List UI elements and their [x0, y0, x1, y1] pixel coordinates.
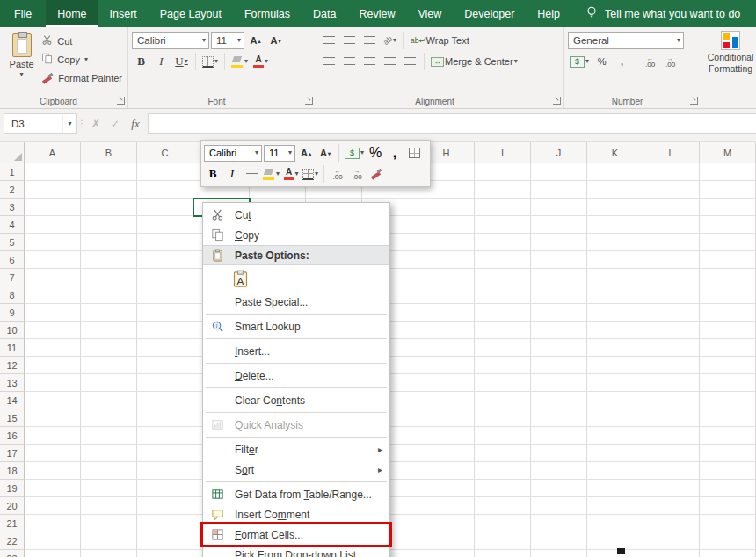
column-header-c[interactable]: C — [137, 142, 193, 163]
row-header-11[interactable]: 11 — [0, 339, 25, 357]
middle-align-button[interactable] — [340, 32, 359, 49]
menu-item-paste-keep-source-formatting[interactable]: A — [203, 265, 389, 292]
row-header-9[interactable]: 9 — [0, 304, 25, 322]
column-header-m[interactable]: M — [700, 142, 756, 163]
decrease-indent-button[interactable] — [381, 53, 399, 70]
column-header-j[interactable]: J — [531, 142, 587, 163]
row-header-18[interactable]: 18 — [0, 462, 25, 480]
borders-button[interactable]: ▾ — [200, 53, 220, 70]
mini-font-color-button[interactable]: A ▾ — [282, 166, 300, 183]
row-header-21[interactable]: 21 — [0, 515, 25, 532]
font-name-combo[interactable]: Calibri ▾ — [132, 32, 209, 49]
menu-item-clear-contents[interactable]: Clear Contents — [203, 390, 389, 410]
menu-item-copy[interactable]: Copy — [203, 225, 389, 245]
ribbon-tab-review[interactable]: Review — [347, 0, 406, 27]
menu-item-insert[interactable]: Insert... — [203, 341, 389, 361]
row-header-3[interactable]: 3 — [0, 199, 25, 216]
row-header-1[interactable]: 1 — [0, 163, 25, 181]
increase-font-size-button[interactable]: A▴ — [246, 32, 265, 49]
merge-center-button[interactable]: ↔ Merge & Center ▾ — [429, 53, 520, 70]
align-right-button[interactable] — [360, 53, 379, 70]
alignment-dialog-launcher[interactable] — [553, 97, 561, 105]
ribbon-tab-home[interactable]: Home — [46, 0, 98, 27]
confirm-entry-icon[interactable]: ✓ — [105, 118, 125, 130]
increase-indent-button[interactable] — [401, 53, 419, 70]
menu-item-quick-analysis[interactable]: Quick Analysis — [203, 415, 389, 435]
decrease-decimal-button[interactable] — [661, 53, 680, 70]
wrap-text-button[interactable]: ab↩ Wrap Text — [409, 32, 471, 49]
row-header-20[interactable]: 20 — [0, 497, 25, 515]
column-header-b[interactable]: B — [81, 142, 137, 163]
menu-item-filter[interactable]: Filter▸ — [203, 439, 389, 459]
small-sheet-object[interactable] — [617, 548, 625, 554]
align-left-button[interactable] — [320, 53, 338, 70]
paste-dropdown-arrow-icon[interactable]: ▾ — [20, 71, 24, 78]
row-header-19[interactable]: 19 — [0, 480, 25, 497]
row-header-10[interactable]: 10 — [0, 322, 25, 339]
mini-bold-button[interactable]: B — [204, 166, 222, 183]
mini-borders-button[interactable]: ▾ — [302, 166, 319, 183]
row-header-12[interactable]: 12 — [0, 357, 25, 374]
orientation-button[interactable]: ab▾ — [381, 32, 399, 49]
name-box[interactable]: D3 ▾ — [4, 113, 77, 134]
mini-font-size-combo[interactable]: 11 ▾ — [264, 145, 295, 162]
mini-align-button[interactable] — [243, 166, 260, 183]
conditional-formatting-button[interactable]: Conditional Formatting — [701, 27, 756, 108]
percent-style-button[interactable]: % — [592, 53, 611, 70]
number-format-combo[interactable]: General ▾ — [568, 32, 684, 49]
tell-me-box[interactable]: Tell me what you want to do — [585, 0, 740, 27]
copy-button[interactable]: Copy ▾ — [41, 52, 122, 67]
ribbon-tab-view[interactable]: View — [406, 0, 453, 27]
fill-color-button[interactable]: ▾ — [229, 53, 250, 70]
mini-accounting-format-button[interactable]: ▾ — [344, 145, 365, 162]
format-painter-button[interactable]: Format Painter — [41, 70, 122, 85]
ribbon-tab-developer[interactable]: Developer — [453, 0, 526, 27]
row-header-4[interactable]: 4 — [0, 216, 25, 234]
mini-percent-style-button[interactable]: % — [367, 145, 384, 162]
underline-button[interactable]: U▾ — [172, 53, 191, 70]
cancel-entry-icon[interactable]: ✗ — [86, 118, 105, 130]
font-size-combo[interactable]: 11 ▾ — [211, 32, 244, 49]
comma-style-button[interactable]: , — [613, 53, 631, 70]
mini-increase-decimal-button[interactable] — [329, 166, 346, 183]
cut-button[interactable]: Cut — [41, 33, 122, 48]
row-header-14[interactable]: 14 — [0, 392, 25, 409]
row-header-7[interactable]: 7 — [0, 269, 25, 286]
insert-function-button[interactable]: fx — [125, 117, 146, 131]
copy-dropdown-arrow-icon[interactable]: ▾ — [84, 56, 88, 63]
mini-font-name-combo[interactable]: Calibri ▾ — [204, 145, 262, 162]
mini-fill-color-button[interactable]: ▾ — [262, 166, 280, 183]
mini-table-format-button[interactable] — [405, 145, 423, 162]
name-box-dropdown-arrow-icon[interactable]: ▾ — [62, 114, 76, 133]
menu-item-pick-from-drop-down-list[interactable]: Pick From Drop-down List... — [203, 545, 389, 557]
row-header-23[interactable]: 23 — [0, 550, 25, 557]
column-header-a[interactable]: A — [25, 142, 81, 163]
bottom-align-button[interactable] — [360, 32, 379, 49]
ribbon-tab-help[interactable]: Help — [526, 0, 571, 27]
column-header-l[interactable]: L — [643, 142, 700, 163]
column-header-k[interactable]: K — [587, 142, 643, 163]
menu-item-insert-comment[interactable]: Insert Comment — [203, 504, 389, 524]
sheet-grid[interactable] — [25, 163, 756, 557]
mini-comma-style-button[interactable]: , — [386, 145, 403, 162]
ribbon-tab-file[interactable]: File — [0, 0, 46, 27]
row-header-22[interactable]: 22 — [0, 532, 25, 550]
row-header-16[interactable]: 16 — [0, 427, 25, 445]
menu-item-paste-special[interactable]: Paste Special... — [203, 292, 389, 312]
italic-button[interactable]: I — [152, 53, 171, 70]
bold-button[interactable]: B — [132, 53, 150, 70]
decrease-font-size-button[interactable]: A▾ — [266, 32, 285, 49]
menu-item-sort[interactable]: Sort▸ — [203, 459, 389, 480]
ribbon-tab-page-layout[interactable]: Page Layout — [149, 0, 233, 27]
formula-input[interactable] — [148, 113, 756, 134]
row-header-17[interactable]: 17 — [0, 445, 25, 462]
top-align-button[interactable] — [320, 32, 338, 49]
paste-button[interactable]: Paste ▾ — [4, 30, 40, 94]
row-header-5[interactable]: 5 — [0, 234, 25, 251]
number-dialog-launcher[interactable] — [690, 97, 698, 105]
row-header-6[interactable]: 6 — [0, 251, 25, 269]
row-header-2[interactable]: 2 — [0, 181, 25, 199]
menu-item-cut[interactable]: Cut — [203, 205, 389, 225]
align-center-button[interactable] — [340, 53, 359, 70]
menu-item-get-data-from-table-range[interactable]: Get Data from Table/Range... — [203, 484, 389, 504]
